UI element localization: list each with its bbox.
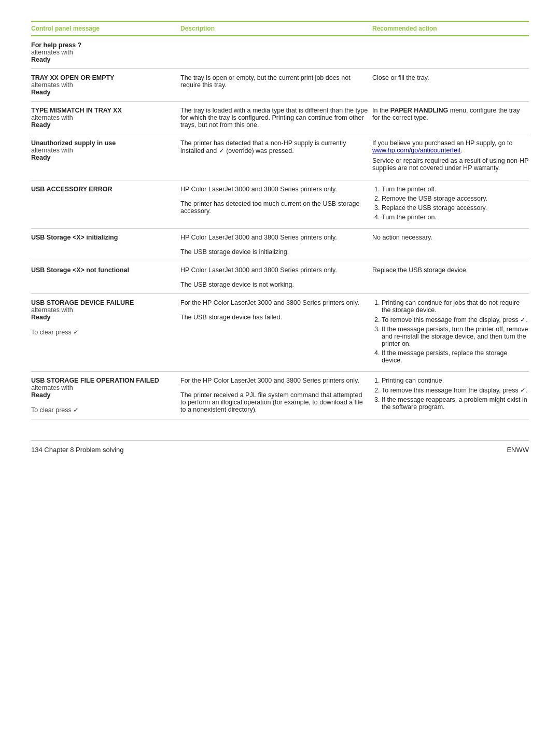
- table-row: For help press ?alternates withReady: [31, 36, 529, 69]
- cell-message-usb-storage-file-operation-failed: USB STORAGE FILE OPERATION FAILEDalterna…: [31, 377, 176, 414]
- table-row: USB STORAGE DEVICE FAILUREalternates wit…: [31, 294, 529, 372]
- cell-action-usb-storage-device-failure: Printing can continue for jobs that do n…: [368, 299, 529, 366]
- cell-description-unauthorized-supply: The printer has detected that a non-HP s…: [176, 139, 368, 175]
- cell-description-for-help-press: [176, 41, 368, 63]
- cell-message-unauthorized-supply: Unauthorized supply in usealternates wit…: [31, 139, 176, 175]
- table-row: USB Storage <X> initializingHP Color Las…: [31, 229, 529, 261]
- header-row: Control panel message Description Recomm…: [31, 21, 529, 36]
- cell-action-type-mismatch: In the PAPER HANDLING menu, configure th…: [368, 107, 529, 129]
- cell-message-usb-storage-device-failure: USB STORAGE DEVICE FAILUREalternates wit…: [31, 299, 176, 366]
- cell-action-for-help-press: [368, 41, 529, 63]
- cell-description-usb-storage-initializing: HP Color LaserJet 3000 and 3800 Series p…: [176, 234, 368, 256]
- cell-message-usb-accessory-error: USB ACCESSORY ERROR: [31, 186, 176, 223]
- table-row: TYPE MISMATCH IN TRAY XXalternates withR…: [31, 102, 529, 134]
- cell-message-tray-xx-open: TRAY XX OPEN OR EMPTYalternates withRead…: [31, 74, 176, 96]
- header-col2: Description: [176, 25, 368, 32]
- cell-action-usb-storage-not-functional: Replace the USB storage device.: [368, 266, 529, 288]
- table-row: Unauthorized supply in usealternates wit…: [31, 134, 529, 180]
- footer: 134 Chapter 8 Problem solving ENWW: [31, 440, 529, 454]
- table-row: USB STORAGE FILE OPERATION FAILEDalterna…: [31, 372, 529, 419]
- cell-message-usb-storage-not-functional: USB Storage <X> not functional: [31, 266, 176, 288]
- cell-message-type-mismatch: TYPE MISMATCH IN TRAY XXalternates withR…: [31, 107, 176, 129]
- cell-description-tray-xx-open: The tray is open or empty, but the curre…: [176, 74, 368, 96]
- table-row: TRAY XX OPEN OR EMPTYalternates withRead…: [31, 69, 529, 102]
- cell-message-usb-storage-initializing: USB Storage <X> initializing: [31, 234, 176, 256]
- cell-action-usb-accessory-error: Turn the printer off.Remove the USB stor…: [368, 186, 529, 223]
- cell-description-type-mismatch: The tray is loaded with a media type tha…: [176, 107, 368, 129]
- cell-action-tray-xx-open: Close or fill the tray.: [368, 74, 529, 96]
- cell-action-usb-storage-initializing: No action necessary.: [368, 234, 529, 256]
- header-col1: Control panel message: [31, 25, 176, 32]
- page-info: 134 Chapter 8 Problem solving: [31, 446, 124, 454]
- table-row: USB Storage <X> not functionalHP Color L…: [31, 261, 529, 294]
- cell-message-for-help-press: For help press ?alternates withReady: [31, 41, 176, 63]
- cell-description-usb-storage-device-failure: For the HP Color LaserJet 3000 and 3800 …: [176, 299, 368, 366]
- cell-description-usb-storage-not-functional: HP Color LaserJet 3000 and 3800 Series p…: [176, 266, 368, 288]
- cell-action-usb-storage-file-operation-failed: Printing can continue.To remove this mes…: [368, 377, 529, 414]
- cell-action-unauthorized-supply: If you believe you purchased an HP suppl…: [368, 139, 529, 175]
- brand: ENWW: [507, 446, 529, 454]
- cell-description-usb-storage-file-operation-failed: For the HP Color LaserJet 3000 and 3800 …: [176, 377, 368, 414]
- header-col3: Recommended action: [368, 25, 529, 32]
- table-body: For help press ?alternates withReadyTRAY…: [31, 36, 529, 419]
- cell-description-usb-accessory-error: HP Color LaserJet 3000 and 3800 Series p…: [176, 186, 368, 223]
- table-row: USB ACCESSORY ERRORHP Color LaserJet 300…: [31, 180, 529, 229]
